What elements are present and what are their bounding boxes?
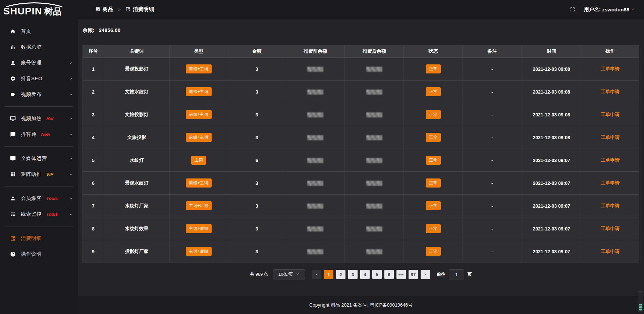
sidebar-item-home[interactable]: 首页 <box>0 23 78 39</box>
cell-action: 工单申请 <box>581 81 639 103</box>
footer: Copyright 树品 2021 备案号: 粤ICP备09019646号 <box>78 296 644 314</box>
page-button-97[interactable]: 97 <box>409 270 418 279</box>
cell-amount: 3 <box>228 81 286 103</box>
chevron-down-icon <box>68 156 73 161</box>
page-button-1[interactable]: 1 <box>324 270 333 279</box>
ticket-apply-link[interactable]: 工单申请 <box>601 180 620 186</box>
page-button-6[interactable]: 6 <box>384 270 394 279</box>
scrollbar-widget[interactable] <box>638 291 643 312</box>
sidebar-item-operation-guide[interactable]: 操作说明 <box>0 246 78 262</box>
sidebar-item-all-media[interactable]: 全媒体运营 <box>0 151 78 166</box>
ticket-apply-link[interactable]: 工单申请 <box>601 89 620 94</box>
type-badge: 前缀+主词 <box>186 87 212 96</box>
status-badge: 正常 <box>426 110 441 119</box>
bar-chart-icon <box>10 44 16 50</box>
cell-action: 工单申请 <box>581 240 639 263</box>
balance-value: 24856.00 <box>99 27 120 33</box>
ticket-apply-link[interactable]: 工单申请 <box>601 66 620 71</box>
sidebar-item-label: 全媒体运营 <box>21 155 47 162</box>
user-menu[interactable]: 用户名: zswodun88 <box>584 6 635 13</box>
page-size-value: 10条/页 <box>278 271 293 277</box>
cell-time: 2021-12-03 09:08 <box>522 81 581 103</box>
table-row: 7水纹灯厂家主词+后缀3正常-2021-12-03 09:07工单申请 <box>83 195 639 217</box>
sidebar-item-data-overview[interactable]: 数据总览 <box>0 39 78 55</box>
table-row: 5水纹灯主词6正常-2021-12-03 09:07工单申请 <box>83 149 639 172</box>
chevron-down-icon <box>293 272 300 277</box>
cell-type: 前缀+主词 <box>169 103 228 126</box>
cell-status: 正常 <box>404 149 463 172</box>
content: 余额: 24856.00 序号关键词类型金额扣费前余额扣费后余额状态备注时间操作… <box>78 19 644 314</box>
sidebar-item-matrix-boost[interactable]: 矩阵助推VIP <box>0 166 78 182</box>
sidebar-item-clue-monitor[interactable]: 线索监控Tools <box>0 206 78 222</box>
goto-page: 前往 页 <box>437 269 472 279</box>
status-badge: 正常 <box>426 64 441 73</box>
cell-status: 正常 <box>404 195 463 217</box>
table-row: 9投影灯厂家主词+后缀3正常-2021-12-03 09:07工单申请 <box>83 240 639 263</box>
sidebar-item-video-publish[interactable]: 视频发布 <box>0 87 78 102</box>
status-badge: 正常 <box>426 201 441 210</box>
sidebar-item-label: 数据总览 <box>21 44 42 50</box>
status-badge: 正常 <box>426 156 441 165</box>
sidebar-item-tag: Tools <box>46 196 58 201</box>
cell-index: 8 <box>83 217 104 240</box>
ticket-apply-link[interactable]: 工单申请 <box>601 203 620 208</box>
cell-balance-after <box>345 126 404 149</box>
cell-balance-before <box>286 81 345 103</box>
cell-balance-after <box>345 58 404 81</box>
fullscreen-button[interactable] <box>569 6 576 13</box>
cell-note: - <box>463 172 522 195</box>
more-pages-button[interactable]: ••• <box>396 270 406 279</box>
cell-note: - <box>463 126 522 149</box>
sidebar-item-label: 抖音SEO <box>21 75 42 82</box>
ticket-apply-link[interactable]: 工单申请 <box>601 135 620 140</box>
sidebar-item-label: 矩阵助推 <box>21 171 42 177</box>
chevron-down-icon <box>68 196 73 201</box>
prev-page-button[interactable] <box>312 270 321 279</box>
breadcrumb-item-home[interactable]: 树品 <box>95 6 113 13</box>
cell-keyword: 水纹灯 <box>104 149 170 172</box>
chevron-right-icon <box>423 272 428 277</box>
masked-balance-after <box>366 204 382 209</box>
breadcrumb-item-current[interactable]: 消费明细 <box>125 6 154 13</box>
chevron-down-icon <box>68 61 73 65</box>
page-button-2[interactable]: 2 <box>336 270 345 279</box>
sidebar-item-member-baoke[interactable]: 会员爆客Tools <box>0 191 78 206</box>
goto-suffix: 页 <box>468 271 472 277</box>
app-logo[interactable]: SHUPIN 树品 <box>0 0 78 19</box>
masked-balance-after <box>366 112 382 117</box>
masked-balance-before <box>307 67 323 72</box>
column-header: 时间 <box>522 45 581 58</box>
sidebar-item-douketong[interactable]: 抖客通New <box>0 126 78 142</box>
sidebar-item-label: 会员爆客 <box>21 195 42 202</box>
cell-time: 2021-12-03 09:08 <box>522 126 581 149</box>
cell-note: - <box>463 58 522 81</box>
fullscreen-icon <box>569 6 576 13</box>
cell-keyword: 文旅投影灯 <box>104 103 170 126</box>
page-button-5[interactable]: 5 <box>372 270 382 279</box>
masked-balance-after <box>366 249 382 254</box>
sidebar-item-consume-detail[interactable]: 消费明细 <box>0 230 78 246</box>
question-icon <box>10 251 16 257</box>
sidebar-item-video-heat[interactable]: 视频加热Hot <box>0 111 78 126</box>
page-button-3[interactable]: 3 <box>348 270 358 279</box>
column-header: 状态 <box>404 45 463 58</box>
goto-page-input[interactable] <box>449 269 464 279</box>
chevron-down-icon <box>68 132 73 137</box>
ticket-apply-link[interactable]: 工单申请 <box>601 249 620 254</box>
sidebar-item-label: 视频加热 <box>21 115 42 122</box>
page-button-4[interactable]: 4 <box>360 270 370 279</box>
cell-type: 主词+后缀 <box>169 195 228 217</box>
sliders-icon <box>10 211 16 217</box>
sidebar-item-douyin-seo[interactable]: 抖音SEO <box>0 71 78 87</box>
column-header: 扣费后余额 <box>345 45 404 58</box>
chevron-down-icon <box>296 272 300 276</box>
next-page-button[interactable] <box>421 270 430 279</box>
page-size-select[interactable]: 10条/页 <box>273 269 305 279</box>
balance: 余额: 24856.00 <box>83 27 639 34</box>
ticket-apply-link[interactable]: 工单申请 <box>601 157 620 163</box>
cell-action: 工单申请 <box>581 217 639 240</box>
cell-balance-after <box>345 81 404 103</box>
ticket-apply-link[interactable]: 工单申请 <box>601 226 620 231</box>
sidebar-item-account-manage[interactable]: 账号管理 <box>0 55 78 71</box>
ticket-apply-link[interactable]: 工单申请 <box>601 112 620 117</box>
